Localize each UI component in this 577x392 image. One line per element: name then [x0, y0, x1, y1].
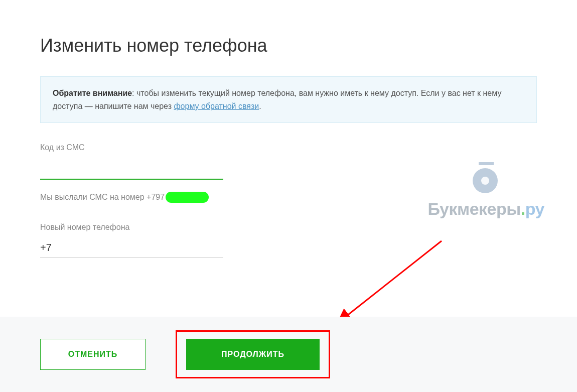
sms-code-field-group: Код из СМС — [40, 143, 537, 180]
sms-sent-prefix: Мы выслали СМС на номер +797 — [40, 193, 165, 202]
new-phone-input[interactable] — [40, 238, 223, 258]
sms-code-input[interactable] — [40, 158, 223, 180]
continue-button[interactable]: ПРОДОЛЖИТЬ — [186, 339, 320, 370]
sms-code-label: Код из СМС — [40, 143, 537, 152]
notice-text-2: . — [259, 102, 261, 110]
notice-box: Обратите внимание: чтобы изменить текущи… — [40, 76, 537, 123]
page-title: Изменить номер телефона — [40, 35, 537, 56]
new-phone-label: Новый номер телефона — [40, 223, 537, 232]
new-phone-field-group: Новый номер телефона — [40, 223, 537, 258]
feedback-form-link[interactable]: форму обратной связи — [174, 102, 259, 110]
cancel-button[interactable]: ОТМЕНИТЬ — [40, 339, 146, 370]
continue-highlight-box: ПРОДОЛЖИТЬ — [176, 330, 330, 378]
phone-redacted-mask — [166, 192, 209, 203]
sms-sent-info: Мы выслали СМС на номер +797 — [40, 192, 537, 203]
footer-action-bar: ОТМЕНИТЬ ПРОДОЛЖИТЬ — [0, 317, 577, 392]
notice-strong: Обратите внимание — [53, 89, 132, 97]
